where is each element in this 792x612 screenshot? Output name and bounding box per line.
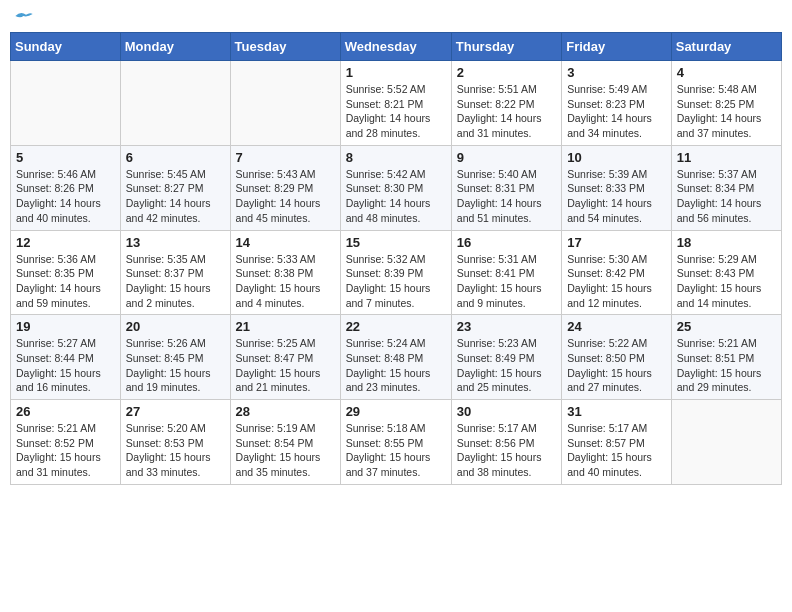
- day-info: Sunrise: 5:18 AM Sunset: 8:55 PM Dayligh…: [346, 421, 446, 480]
- calendar-cell: 25Sunrise: 5:21 AM Sunset: 8:51 PM Dayli…: [671, 315, 781, 400]
- dow-header-saturday: Saturday: [671, 33, 781, 61]
- calendar-cell: [11, 61, 121, 146]
- day-info: Sunrise: 5:39 AM Sunset: 8:33 PM Dayligh…: [567, 167, 666, 226]
- calendar-table: SundayMondayTuesdayWednesdayThursdayFrid…: [10, 32, 782, 485]
- day-info: Sunrise: 5:19 AM Sunset: 8:54 PM Dayligh…: [236, 421, 335, 480]
- dow-header-monday: Monday: [120, 33, 230, 61]
- calendar-cell: 18Sunrise: 5:29 AM Sunset: 8:43 PM Dayli…: [671, 230, 781, 315]
- day-number: 14: [236, 235, 335, 250]
- day-info: Sunrise: 5:43 AM Sunset: 8:29 PM Dayligh…: [236, 167, 335, 226]
- day-number: 20: [126, 319, 225, 334]
- week-row-4: 19Sunrise: 5:27 AM Sunset: 8:44 PM Dayli…: [11, 315, 782, 400]
- day-number: 19: [16, 319, 115, 334]
- day-number: 21: [236, 319, 335, 334]
- calendar-cell: 10Sunrise: 5:39 AM Sunset: 8:33 PM Dayli…: [562, 145, 672, 230]
- day-info: Sunrise: 5:36 AM Sunset: 8:35 PM Dayligh…: [16, 252, 115, 311]
- calendar-cell: [120, 61, 230, 146]
- calendar-cell: 13Sunrise: 5:35 AM Sunset: 8:37 PM Dayli…: [120, 230, 230, 315]
- day-number: 24: [567, 319, 666, 334]
- logo: [14, 10, 34, 24]
- day-info: Sunrise: 5:26 AM Sunset: 8:45 PM Dayligh…: [126, 336, 225, 395]
- week-row-2: 5Sunrise: 5:46 AM Sunset: 8:26 PM Daylig…: [11, 145, 782, 230]
- day-info: Sunrise: 5:17 AM Sunset: 8:56 PM Dayligh…: [457, 421, 556, 480]
- day-number: 15: [346, 235, 446, 250]
- day-number: 4: [677, 65, 776, 80]
- calendar-cell: 9Sunrise: 5:40 AM Sunset: 8:31 PM Daylig…: [451, 145, 561, 230]
- day-number: 29: [346, 404, 446, 419]
- calendar-cell: [671, 400, 781, 485]
- calendar-cell: 11Sunrise: 5:37 AM Sunset: 8:34 PM Dayli…: [671, 145, 781, 230]
- day-info: Sunrise: 5:51 AM Sunset: 8:22 PM Dayligh…: [457, 82, 556, 141]
- dow-header-wednesday: Wednesday: [340, 33, 451, 61]
- day-number: 13: [126, 235, 225, 250]
- day-number: 17: [567, 235, 666, 250]
- day-info: Sunrise: 5:33 AM Sunset: 8:38 PM Dayligh…: [236, 252, 335, 311]
- day-info: Sunrise: 5:37 AM Sunset: 8:34 PM Dayligh…: [677, 167, 776, 226]
- day-number: 27: [126, 404, 225, 419]
- day-info: Sunrise: 5:52 AM Sunset: 8:21 PM Dayligh…: [346, 82, 446, 141]
- calendar-cell: 21Sunrise: 5:25 AM Sunset: 8:47 PM Dayli…: [230, 315, 340, 400]
- day-info: Sunrise: 5:45 AM Sunset: 8:27 PM Dayligh…: [126, 167, 225, 226]
- calendar-cell: 12Sunrise: 5:36 AM Sunset: 8:35 PM Dayli…: [11, 230, 121, 315]
- day-info: Sunrise: 5:23 AM Sunset: 8:49 PM Dayligh…: [457, 336, 556, 395]
- page-header: [10, 10, 782, 24]
- day-info: Sunrise: 5:30 AM Sunset: 8:42 PM Dayligh…: [567, 252, 666, 311]
- week-row-1: 1Sunrise: 5:52 AM Sunset: 8:21 PM Daylig…: [11, 61, 782, 146]
- calendar-cell: 16Sunrise: 5:31 AM Sunset: 8:41 PM Dayli…: [451, 230, 561, 315]
- day-number: 31: [567, 404, 666, 419]
- day-info: Sunrise: 5:27 AM Sunset: 8:44 PM Dayligh…: [16, 336, 115, 395]
- calendar-cell: 15Sunrise: 5:32 AM Sunset: 8:39 PM Dayli…: [340, 230, 451, 315]
- day-number: 26: [16, 404, 115, 419]
- week-row-3: 12Sunrise: 5:36 AM Sunset: 8:35 PM Dayli…: [11, 230, 782, 315]
- day-number: 9: [457, 150, 556, 165]
- calendar-cell: 5Sunrise: 5:46 AM Sunset: 8:26 PM Daylig…: [11, 145, 121, 230]
- calendar-cell: 23Sunrise: 5:23 AM Sunset: 8:49 PM Dayli…: [451, 315, 561, 400]
- day-info: Sunrise: 5:25 AM Sunset: 8:47 PM Dayligh…: [236, 336, 335, 395]
- day-number: 25: [677, 319, 776, 334]
- day-number: 30: [457, 404, 556, 419]
- day-info: Sunrise: 5:21 AM Sunset: 8:51 PM Dayligh…: [677, 336, 776, 395]
- day-info: Sunrise: 5:21 AM Sunset: 8:52 PM Dayligh…: [16, 421, 115, 480]
- calendar-cell: 20Sunrise: 5:26 AM Sunset: 8:45 PM Dayli…: [120, 315, 230, 400]
- calendar-cell: 29Sunrise: 5:18 AM Sunset: 8:55 PM Dayli…: [340, 400, 451, 485]
- day-info: Sunrise: 5:29 AM Sunset: 8:43 PM Dayligh…: [677, 252, 776, 311]
- calendar-cell: 3Sunrise: 5:49 AM Sunset: 8:23 PM Daylig…: [562, 61, 672, 146]
- calendar-cell: [230, 61, 340, 146]
- day-number: 8: [346, 150, 446, 165]
- calendar-cell: 4Sunrise: 5:48 AM Sunset: 8:25 PM Daylig…: [671, 61, 781, 146]
- calendar-cell: 7Sunrise: 5:43 AM Sunset: 8:29 PM Daylig…: [230, 145, 340, 230]
- day-info: Sunrise: 5:48 AM Sunset: 8:25 PM Dayligh…: [677, 82, 776, 141]
- day-number: 23: [457, 319, 556, 334]
- dow-header-friday: Friday: [562, 33, 672, 61]
- calendar-cell: 31Sunrise: 5:17 AM Sunset: 8:57 PM Dayli…: [562, 400, 672, 485]
- calendar-cell: 22Sunrise: 5:24 AM Sunset: 8:48 PM Dayli…: [340, 315, 451, 400]
- day-info: Sunrise: 5:17 AM Sunset: 8:57 PM Dayligh…: [567, 421, 666, 480]
- calendar-cell: 26Sunrise: 5:21 AM Sunset: 8:52 PM Dayli…: [11, 400, 121, 485]
- day-info: Sunrise: 5:22 AM Sunset: 8:50 PM Dayligh…: [567, 336, 666, 395]
- day-number: 22: [346, 319, 446, 334]
- calendar-cell: 1Sunrise: 5:52 AM Sunset: 8:21 PM Daylig…: [340, 61, 451, 146]
- day-number: 7: [236, 150, 335, 165]
- day-info: Sunrise: 5:32 AM Sunset: 8:39 PM Dayligh…: [346, 252, 446, 311]
- day-number: 18: [677, 235, 776, 250]
- day-info: Sunrise: 5:40 AM Sunset: 8:31 PM Dayligh…: [457, 167, 556, 226]
- dow-header-sunday: Sunday: [11, 33, 121, 61]
- calendar-cell: 8Sunrise: 5:42 AM Sunset: 8:30 PM Daylig…: [340, 145, 451, 230]
- day-info: Sunrise: 5:35 AM Sunset: 8:37 PM Dayligh…: [126, 252, 225, 311]
- week-row-5: 26Sunrise: 5:21 AM Sunset: 8:52 PM Dayli…: [11, 400, 782, 485]
- day-number: 10: [567, 150, 666, 165]
- days-of-week-row: SundayMondayTuesdayWednesdayThursdayFrid…: [11, 33, 782, 61]
- day-number: 16: [457, 235, 556, 250]
- day-info: Sunrise: 5:42 AM Sunset: 8:30 PM Dayligh…: [346, 167, 446, 226]
- bird-icon: [14, 8, 34, 24]
- calendar-cell: 30Sunrise: 5:17 AM Sunset: 8:56 PM Dayli…: [451, 400, 561, 485]
- day-number: 1: [346, 65, 446, 80]
- calendar-cell: 19Sunrise: 5:27 AM Sunset: 8:44 PM Dayli…: [11, 315, 121, 400]
- calendar-cell: 28Sunrise: 5:19 AM Sunset: 8:54 PM Dayli…: [230, 400, 340, 485]
- dow-header-thursday: Thursday: [451, 33, 561, 61]
- day-number: 3: [567, 65, 666, 80]
- day-info: Sunrise: 5:49 AM Sunset: 8:23 PM Dayligh…: [567, 82, 666, 141]
- calendar-cell: 24Sunrise: 5:22 AM Sunset: 8:50 PM Dayli…: [562, 315, 672, 400]
- day-number: 6: [126, 150, 225, 165]
- calendar-cell: 17Sunrise: 5:30 AM Sunset: 8:42 PM Dayli…: [562, 230, 672, 315]
